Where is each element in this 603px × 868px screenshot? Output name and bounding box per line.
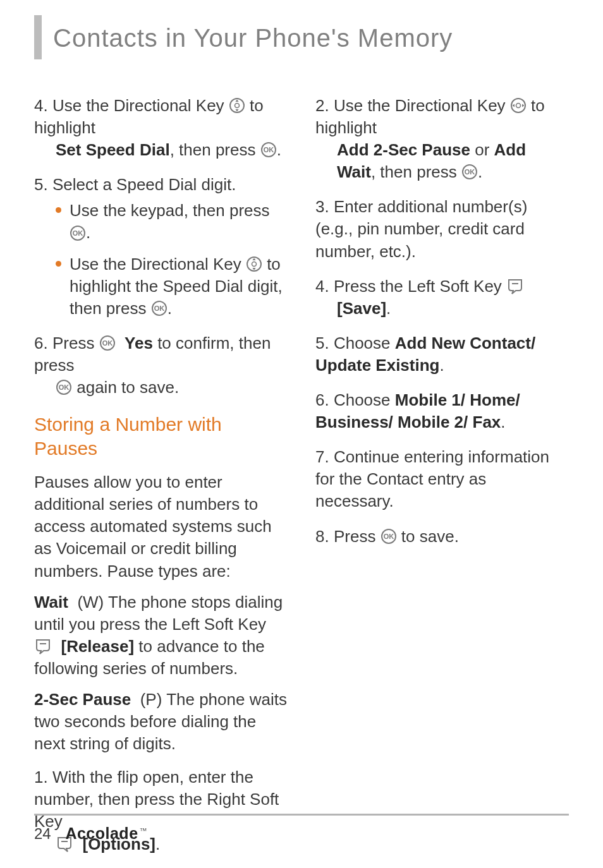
trademark-symbol: ™ (140, 826, 147, 835)
bullet-text: Use the keypad, then press (70, 201, 270, 220)
step-number: 5. (34, 175, 48, 194)
step-text: Use the Directional Key (334, 96, 510, 115)
bullet-item: Use the keypad, then press . (56, 200, 288, 244)
bullet-text: . (86, 223, 90, 242)
paren-text: (P) (140, 690, 162, 709)
step-text: . (501, 413, 505, 431)
left-step-6: 6. Press Yes to confirm, then press agai… (34, 332, 288, 399)
bold-label: Yes (125, 334, 153, 353)
brand-name: Accolade (65, 824, 138, 842)
paragraph: Pauses allow you to enter additional ser… (34, 471, 288, 582)
step-text: to save. (401, 527, 459, 546)
bold-label: [Save] (337, 299, 386, 318)
bullet-list: Use the keypad, then press . Use the Dir… (34, 200, 288, 319)
step-text: Continue entering information for the Co… (315, 447, 549, 510)
step-text: , then press (371, 162, 461, 181)
left-step-4: 4. Use the Directional Key to highlight … (34, 95, 288, 161)
bold-label: Add 2-Sec Pause (337, 140, 470, 159)
step-text: . (277, 140, 281, 159)
page-title-wrap: Contacts in Your Phone's Memory (34, 21, 569, 59)
dpad-updown-icon (229, 97, 245, 114)
step-text: again to save. (76, 378, 179, 397)
step-text: Use the Directional Key (52, 96, 229, 115)
step-text: . (439, 356, 444, 375)
right-step-3: 3. Enter additional number(s) (e.g., pin… (315, 196, 569, 262)
step-number: 8. (315, 527, 329, 546)
step-text: , then press (170, 140, 260, 159)
ok-icon (151, 300, 168, 316)
ok-icon (56, 379, 72, 395)
softkey-left-icon (34, 637, 52, 655)
softkey-left-icon (506, 277, 524, 295)
step-number: 1. (34, 768, 48, 787)
step-text: Choose (334, 334, 395, 353)
bold-label: 2-Sec Pause (34, 690, 131, 709)
left-step-5: 5. Select a Speed Dial digit. Use the ke… (34, 174, 288, 320)
section-heading: Storing a Number with Pauses (34, 413, 288, 460)
page-title: Contacts in Your Phone's Memory (53, 21, 453, 59)
right-step-7: 7. Continue entering information for the… (315, 446, 569, 512)
right-step-6: 6. Choose Mobile 1/ Home/ Business/ Mobi… (315, 389, 569, 433)
paragraph-wait: Wait (W) The phone stops dialing until y… (34, 591, 288, 680)
ok-icon (99, 335, 116, 351)
ok-icon (461, 164, 478, 180)
step-text: . (386, 299, 391, 318)
ok-icon (381, 528, 397, 545)
step-text: Choose (334, 390, 395, 409)
step-number: 7. (315, 447, 329, 466)
bullet-item: Use the Directional Key to highlight the… (56, 253, 288, 320)
dpad-leftright-icon (510, 97, 527, 114)
right-step-5: 5. Choose Add New Contact/ Update Existi… (315, 332, 569, 377)
step-number: 4. (315, 277, 329, 296)
step-text: Enter additional number(s) (e.g., pin nu… (315, 197, 527, 260)
right-step-8: 8. Press to save. (315, 526, 569, 548)
page-number: 24 (34, 825, 51, 842)
dpad-updown-icon (246, 256, 262, 272)
right-column: 2. Use the Directional Key to highlight … (315, 95, 569, 868)
bold-label: Set Speed Dial (56, 140, 170, 159)
step-number: 6. (34, 334, 48, 353)
ok-icon (70, 225, 86, 241)
bullet-text: . (168, 299, 172, 318)
left-column: 4. Use the Directional Key to highlight … (34, 95, 288, 868)
step-text: Press the Left Soft Key (334, 277, 506, 296)
step-number: 4. (34, 96, 48, 115)
right-step-2: 2. Use the Directional Key to highlight … (315, 95, 569, 183)
footer-rule (34, 814, 569, 816)
step-number: 3. (315, 197, 329, 216)
step-number: 6. (315, 390, 329, 409)
bold-label: Wait (34, 593, 68, 612)
bullet-text: Use the Directional Key (70, 255, 246, 274)
title-accent-bar (34, 15, 42, 59)
step-text: Press (334, 527, 381, 546)
page-footer: 24 Accolade™ (34, 814, 569, 843)
step-text: Select a Speed Dial digit. (52, 175, 236, 194)
step-number: 5. (315, 334, 329, 353)
paren-text: (W) (77, 593, 104, 612)
step-text: Press (52, 334, 99, 353)
ok-icon (260, 142, 277, 158)
paragraph-pause: 2-Sec Pause (P) The phone waits two seco… (34, 689, 288, 755)
step-text: or (475, 140, 494, 159)
step-number: 2. (315, 96, 329, 115)
step-text: The phone stops dialing until you press … (34, 593, 283, 634)
bold-label: [Release] (61, 637, 134, 656)
right-step-4: 4. Press the Left Soft Key [Save]. (315, 275, 569, 320)
step-text: . (478, 162, 482, 181)
